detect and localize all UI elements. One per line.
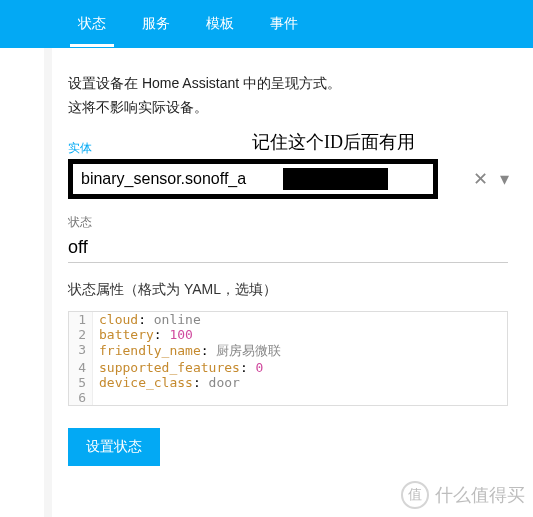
description: 设置设备在 Home Assistant 中的呈现方式。 这将不影响实际设备。 bbox=[68, 72, 515, 120]
yaml-editor[interactable]: 1cloud: online 2battery: 100 3friendly_n… bbox=[68, 311, 508, 406]
line-number: 3 bbox=[69, 342, 93, 360]
watermark-icon: 值 bbox=[401, 481, 429, 509]
tab-states[interactable]: 状态 bbox=[60, 1, 124, 47]
line-number: 2 bbox=[69, 327, 93, 342]
line-number: 6 bbox=[69, 390, 93, 405]
line-number: 4 bbox=[69, 360, 93, 375]
dropdown-icon[interactable]: ▾ bbox=[500, 168, 509, 190]
watermark-text: 什么值得买 bbox=[435, 483, 525, 507]
annotation-text: 记住这个ID后面有用 bbox=[252, 130, 415, 154]
state-field: 状态 bbox=[68, 214, 515, 263]
tabs: 状态 服务 模板 事件 bbox=[60, 1, 316, 47]
attrs-label: 状态属性（格式为 YAML，选填） bbox=[68, 281, 515, 299]
line-number: 1 bbox=[69, 312, 93, 327]
entity-highlight-box bbox=[68, 159, 438, 199]
desc-line2: 这将不影响实际设备。 bbox=[68, 96, 515, 120]
tab-services[interactable]: 服务 bbox=[124, 1, 188, 47]
tab-templates[interactable]: 模板 bbox=[188, 1, 252, 47]
desc-line1: 设置设备在 Home Assistant 中的呈现方式。 bbox=[68, 72, 515, 96]
content: 设置设备在 Home Assistant 中的呈现方式。 这将不影响实际设备。 … bbox=[0, 48, 533, 482]
clear-icon[interactable]: ✕ bbox=[473, 168, 488, 190]
scrollbar[interactable] bbox=[44, 48, 52, 517]
set-state-button[interactable]: 设置状态 bbox=[68, 428, 160, 466]
state-label: 状态 bbox=[68, 214, 515, 231]
state-input[interactable] bbox=[68, 233, 508, 263]
app-bar: 状态 服务 模板 事件 bbox=[0, 0, 533, 48]
watermark: 值 什么值得买 bbox=[401, 481, 525, 509]
tab-events[interactable]: 事件 bbox=[252, 1, 316, 47]
redacted-area bbox=[283, 168, 388, 190]
line-number: 5 bbox=[69, 375, 93, 390]
entity-input[interactable] bbox=[73, 164, 283, 194]
